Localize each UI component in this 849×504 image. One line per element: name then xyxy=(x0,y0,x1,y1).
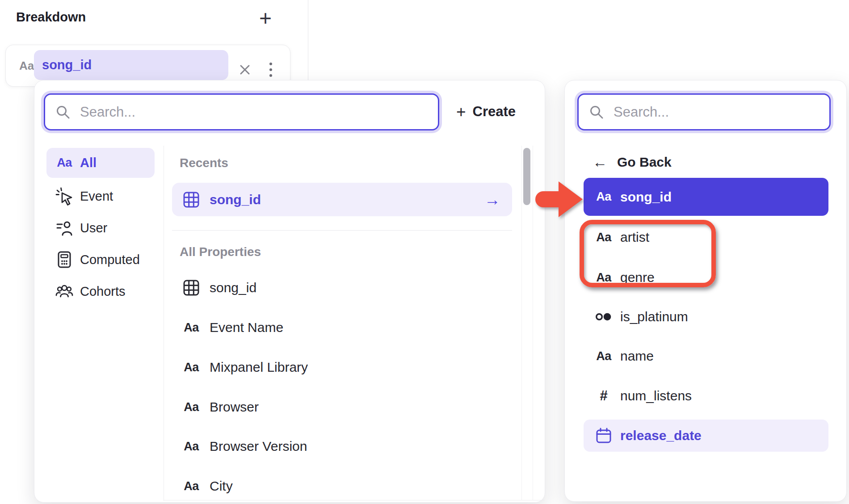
category-label: Event xyxy=(80,189,113,204)
text-type-icon: Aa xyxy=(181,361,202,374)
search-icon xyxy=(55,104,71,120)
property-label: Browser Version xyxy=(210,439,307,454)
text-type-icon: Aa xyxy=(181,479,202,493)
property-label: Mixpanel Library xyxy=(210,360,308,375)
app-screen: Breakdown + Aa song_id + Create Aa All xyxy=(0,0,849,504)
all-properties-header: All Properties xyxy=(180,243,358,261)
plus-icon: + xyxy=(456,104,466,120)
calculator-icon xyxy=(55,250,74,269)
number-icon: # xyxy=(593,388,614,404)
category-label: All xyxy=(80,155,97,170)
section-divider xyxy=(172,230,512,231)
property-label: Event Name xyxy=(210,320,283,335)
recents-header: Recents xyxy=(180,154,358,172)
breakdown-chip-value: song_id xyxy=(42,58,92,72)
arrow-left-icon: ← xyxy=(593,154,607,171)
field-label: is_platinum xyxy=(620,309,688,324)
remove-breakdown-button[interactable] xyxy=(235,60,254,79)
field-item-song-id[interactable]: Aa song_id xyxy=(584,178,828,216)
text-type-icon: Aa xyxy=(181,321,202,335)
property-search[interactable] xyxy=(44,93,439,130)
property-item-mixpanel-library[interactable]: Aa Mixpanel Library xyxy=(172,348,513,387)
add-breakdown-button[interactable]: + xyxy=(253,5,278,30)
property-item-city[interactable]: Aa City xyxy=(172,466,513,504)
table-grid-icon xyxy=(181,279,202,297)
value-search[interactable] xyxy=(577,93,831,130)
panel-divider xyxy=(308,0,308,80)
text-type-icon: Aa xyxy=(593,349,614,363)
user-icon xyxy=(55,218,74,238)
field-label: song_id xyxy=(620,189,672,205)
table-grid-icon xyxy=(181,191,202,209)
go-back-label: Go Back xyxy=(617,155,672,170)
field-item-num-listens[interactable]: # num_listens xyxy=(584,380,828,412)
property-picker-panel: + Create Aa All Event User xyxy=(34,80,545,503)
text-type-icon: Aa xyxy=(55,156,74,170)
people-group-icon xyxy=(55,281,74,301)
category-tab-user[interactable]: User xyxy=(46,214,155,242)
field-label: artist xyxy=(620,230,649,245)
category-tab-cohorts[interactable]: Cohorts xyxy=(46,277,155,306)
bottom-divider xyxy=(164,500,544,500)
search-input[interactable] xyxy=(613,104,820,121)
breakdown-section-title: Breakdown xyxy=(16,10,86,25)
go-back-button[interactable]: ← Go Back xyxy=(593,152,672,172)
category-label: Computed xyxy=(80,252,140,267)
field-item-genre[interactable]: Aa genre xyxy=(584,262,828,293)
text-type-icon: Aa xyxy=(181,400,202,414)
scrollbar-thumb[interactable] xyxy=(523,148,530,205)
property-item-browser-version[interactable]: Aa Browser Version xyxy=(172,427,513,466)
event-cursor-icon xyxy=(55,186,74,206)
breakdown-options-button[interactable] xyxy=(264,59,277,81)
close-icon xyxy=(237,62,252,77)
field-item-is-platinum[interactable]: is_platinum xyxy=(584,301,828,332)
field-label: release_date xyxy=(620,428,702,443)
search-icon xyxy=(588,104,605,120)
field-label: num_listens xyxy=(620,388,692,403)
plus-icon: + xyxy=(259,6,272,30)
category-tab-event[interactable]: Event xyxy=(46,182,155,210)
text-type-icon: Aa xyxy=(593,190,614,204)
property-label: City xyxy=(210,479,233,494)
arrow-right-icon: → xyxy=(484,190,500,209)
calendar-icon xyxy=(593,427,614,445)
field-item-release-date[interactable]: release_date xyxy=(584,420,828,452)
property-values-panel: ← Go Back Aa song_id Aa artist Aa genre … xyxy=(564,80,847,502)
column-divider xyxy=(164,146,164,501)
property-item-event-name[interactable]: Aa Event Name xyxy=(172,308,513,347)
category-label: Cohorts xyxy=(80,284,126,299)
field-item-name[interactable]: Aa name xyxy=(584,340,828,372)
field-item-artist[interactable]: Aa artist xyxy=(584,222,828,253)
create-label: Create xyxy=(473,104,516,120)
breakdown-chip[interactable]: song_id xyxy=(34,50,228,80)
text-type-icon: Aa xyxy=(593,231,614,244)
field-label: name xyxy=(620,349,654,364)
text-type-icon: Aa xyxy=(19,45,34,86)
search-input[interactable] xyxy=(79,104,428,121)
create-property-button[interactable]: + Create xyxy=(456,101,516,122)
property-label: song_id xyxy=(210,192,261,207)
recent-item-song-id[interactable]: song_id → xyxy=(172,183,512,216)
category-tab-computed[interactable]: Computed xyxy=(46,245,155,274)
category-label: User xyxy=(80,221,107,235)
boolean-icon xyxy=(593,308,614,326)
text-type-icon: Aa xyxy=(181,440,202,454)
text-type-icon: Aa xyxy=(593,271,614,285)
property-item-song-id[interactable]: song_id xyxy=(172,268,513,307)
category-tab-all[interactable]: Aa All xyxy=(46,148,155,178)
property-label: song_id xyxy=(210,280,256,295)
property-item-browser[interactable]: Aa Browser xyxy=(172,387,513,427)
field-label: genre xyxy=(620,270,655,285)
property-label: Browser xyxy=(210,399,259,415)
